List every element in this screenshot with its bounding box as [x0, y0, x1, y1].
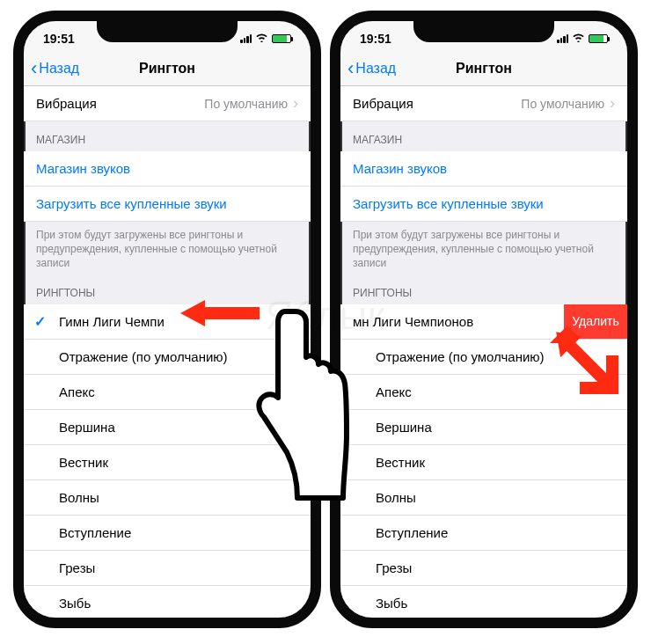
wifi-icon	[255, 33, 268, 45]
notch	[97, 19, 238, 42]
ringtone-label: Отражение (по умолчанию)	[59, 349, 228, 364]
chevron-left-icon: ‹	[31, 59, 37, 78]
status-time: 19:51	[360, 32, 391, 46]
ringtone-label: Волны	[59, 490, 99, 505]
nav-bar: ‹ Назад Рингтон	[340, 51, 627, 86]
vibration-label: Вибрация	[353, 96, 413, 111]
svg-marker-4	[550, 326, 614, 390]
signal-icon	[240, 34, 252, 43]
battery-icon	[589, 34, 608, 43]
back-button[interactable]: ‹ Назад	[31, 59, 79, 78]
status-icons	[240, 33, 291, 45]
chevron-right-icon: ›	[293, 94, 298, 113]
ringtone-label: Грезы	[376, 560, 412, 575]
notch	[413, 19, 554, 42]
store-header: МАГАЗИН	[24, 121, 311, 151]
chevron-right-icon: ›	[610, 94, 615, 113]
checkmark-icon: ✓	[34, 313, 46, 330]
ringtone-item[interactable]: Зыбь	[24, 586, 311, 618]
wifi-icon	[572, 33, 585, 45]
back-label: Назад	[39, 61, 79, 77]
ringtone-item[interactable]: Зыбь	[340, 586, 627, 618]
ringtone-item[interactable]: Грезы	[24, 551, 311, 586]
vibration-row[interactable]: Вибрация По умолчанию ›	[340, 86, 627, 121]
ringtone-item[interactable]: Вершина	[340, 410, 627, 445]
sound-store-link[interactable]: Магазин звуков	[24, 151, 311, 187]
store-header: МАГАЗИН	[340, 121, 627, 151]
ringtone-custom-label: мн Лиги Чемпионов	[340, 304, 564, 339]
ringtone-label: Апекс	[59, 384, 95, 399]
ringtone-label: Зыбь	[59, 596, 91, 611]
status-icons	[557, 33, 608, 45]
delete-arrow-annotation	[550, 326, 618, 394]
ringtone-item[interactable]: Грезы	[340, 551, 627, 586]
status-time: 19:51	[43, 32, 75, 46]
vibration-value: По умолчанию	[204, 97, 288, 111]
download-all-link[interactable]: Загрузить все купленные звуки	[24, 187, 311, 222]
ringtone-item[interactable]: Вступление	[340, 516, 627, 551]
ringtone-label: Волны	[376, 490, 416, 505]
ringtone-label: Зыбь	[376, 596, 407, 611]
ringtone-label: Отражение (по умолчанию)	[376, 349, 545, 364]
ringtone-label: Вершина	[376, 420, 432, 435]
ringtone-item[interactable]: Волны	[340, 480, 627, 516]
back-button[interactable]: ‹ Назад	[347, 59, 396, 78]
ringtone-label: Грезы	[59, 560, 95, 575]
signal-icon	[557, 34, 568, 43]
finger-pointer-annotation	[248, 303, 354, 505]
ringtone-label: Вестник	[59, 455, 108, 470]
ringtone-label: Вступление	[59, 525, 131, 540]
back-label: Назад	[355, 61, 396, 77]
nav-bar: ‹ Назад Рингтон	[24, 51, 311, 86]
download-all-link[interactable]: Загрузить все купленные звуки	[340, 187, 627, 222]
store-footer: При этом будут загружены все рингтоны и …	[340, 222, 627, 274]
phone-right: 19:51 ‹ Назад Рингтон Вибрация По умолча…	[330, 11, 638, 628]
chevron-left-icon: ‹	[347, 59, 354, 78]
vibration-value: По умолчанию	[521, 97, 604, 111]
ringtone-label: Вступление	[376, 525, 448, 540]
vibration-label: Вибрация	[36, 96, 97, 111]
ringtone-item[interactable]: Вступление	[24, 516, 311, 551]
ringtones-header: РИНГТОНЫ	[340, 274, 627, 304]
ringtones-header: РИНГТОНЫ	[24, 274, 311, 304]
vibration-row[interactable]: Вибрация По умолчанию ›	[24, 86, 311, 121]
ringtone-label: Вестник	[376, 455, 425, 470]
ringtone-custom-label: Гимн Лиги Чемпи	[59, 314, 165, 329]
battery-icon	[272, 34, 291, 43]
sound-store-link[interactable]: Магазин звуков	[340, 151, 627, 187]
ringtone-item[interactable]: Вестник	[340, 445, 627, 480]
ringtone-label: Апекс	[376, 384, 412, 399]
ringtone-label: Вершина	[59, 420, 115, 435]
store-footer: При этом будут загружены все рингтоны и …	[24, 222, 311, 274]
